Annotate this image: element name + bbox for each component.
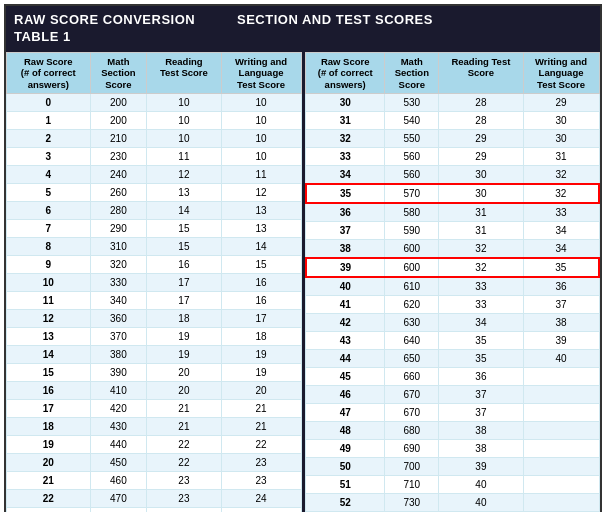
right-col-writing: Writing andLanguageTest Score xyxy=(523,52,599,93)
table-row: 52601312 xyxy=(7,183,302,201)
table-row: 345603032 xyxy=(306,165,600,184)
table-row: 335602931 xyxy=(306,147,600,165)
table-row: 5171040 xyxy=(306,475,600,493)
title-right: SECTION AND TEST SCORES xyxy=(229,6,600,52)
table-row: 12001010 xyxy=(7,111,302,129)
left-col-reading: ReadingTest Score xyxy=(147,52,221,93)
table-row: 153902019 xyxy=(7,363,302,381)
table-row: 72901513 xyxy=(7,219,302,237)
table-row: 406103336 xyxy=(306,277,600,296)
left-col-math: MathSectionScore xyxy=(90,52,147,93)
header-row: RAW SCORE CONVERSION TABLE 1 SECTION AND… xyxy=(6,6,600,52)
left-header-row: Raw Score(# of correctanswers) MathSecti… xyxy=(7,52,302,93)
table-row: 32301110 xyxy=(7,147,302,165)
right-col-raw: Raw Score(# of correctanswers) xyxy=(306,52,385,93)
right-col-math: MathSectionScore xyxy=(385,52,439,93)
table-row: 93201615 xyxy=(7,255,302,273)
table-row: 5273040 xyxy=(306,493,600,511)
right-table-body: 3053028293154028303255029303356029313456… xyxy=(306,93,600,512)
table-row: 416203337 xyxy=(306,295,600,313)
table-row: 02001010 xyxy=(7,93,302,111)
right-score-table: Raw Score(# of correctanswers) MathSecti… xyxy=(305,52,601,512)
table-row: 386003234 xyxy=(306,239,600,258)
table-row: 164102020 xyxy=(7,381,302,399)
title-left: RAW SCORE CONVERSION TABLE 1 xyxy=(6,6,226,52)
tables-container: Raw Score(# of correctanswers) MathSecti… xyxy=(6,52,600,512)
table-row: 4566036 xyxy=(306,367,600,385)
table-row: 355703032 xyxy=(306,184,600,203)
table-row: 194402222 xyxy=(7,435,302,453)
left-table: Raw Score(# of correctanswers) MathSecti… xyxy=(6,52,302,512)
right-table: Raw Score(# of correctanswers) MathSecti… xyxy=(305,52,601,512)
table-row: 426303438 xyxy=(306,313,600,331)
table-row: 365803133 xyxy=(306,203,600,222)
table-row: 325502930 xyxy=(306,129,600,147)
table-row: 4767037 xyxy=(306,403,600,421)
table-row: 5070039 xyxy=(306,457,600,475)
table-row: 375903134 xyxy=(306,221,600,239)
table-row: 436403539 xyxy=(306,331,600,349)
right-col-reading: Reading TestScore xyxy=(439,52,523,93)
table-row: 305302829 xyxy=(306,93,600,111)
main-container: RAW SCORE CONVERSION TABLE 1 SECTION AND… xyxy=(4,4,602,512)
table-row: 113401716 xyxy=(7,291,302,309)
table-row: 83101514 xyxy=(7,237,302,255)
table-row: 22101010 xyxy=(7,129,302,147)
table-row: 184302121 xyxy=(7,417,302,435)
table-row: 103301716 xyxy=(7,273,302,291)
table-row: 315402830 xyxy=(306,111,600,129)
table-row: 4868038 xyxy=(306,421,600,439)
table-row: 446503540 xyxy=(306,349,600,367)
right-header-row: Raw Score(# of correctanswers) MathSecti… xyxy=(306,52,600,93)
table-row: 396003235 xyxy=(306,258,600,277)
left-table-body: 0200101012001010221010103230111042401211… xyxy=(7,93,302,512)
table-row: 143801919 xyxy=(7,345,302,363)
left-score-table: Raw Score(# of correctanswers) MathSecti… xyxy=(6,52,302,512)
table-row: 4667037 xyxy=(306,385,600,403)
left-col-raw: Raw Score(# of correctanswers) xyxy=(7,52,91,93)
table-row: 62801413 xyxy=(7,201,302,219)
table-row: 42401211 xyxy=(7,165,302,183)
left-col-writing: Writing andLanguageTest Score xyxy=(221,52,301,93)
table-row: 204502223 xyxy=(7,453,302,471)
table-row: 224702324 xyxy=(7,489,302,507)
table-row: 123601817 xyxy=(7,309,302,327)
table-row: 4969038 xyxy=(306,439,600,457)
table-row: 214602323 xyxy=(7,471,302,489)
table-row: 133701918 xyxy=(7,327,302,345)
table-row: 174202121 xyxy=(7,399,302,417)
table-row: 234802424 xyxy=(7,507,302,512)
